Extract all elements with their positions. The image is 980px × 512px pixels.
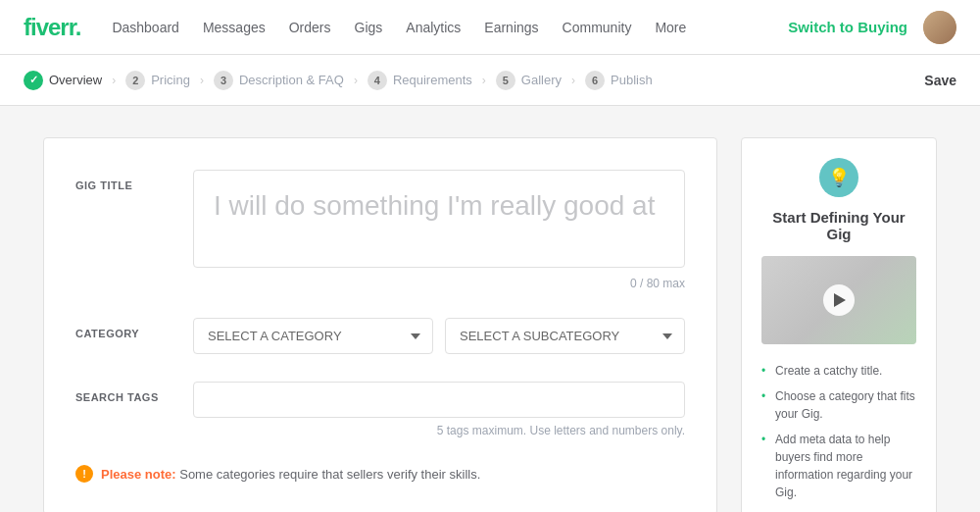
category-selects: SELECT A CATEGORY SELECT A SUBCATEGORY <box>193 318 685 354</box>
step-label-publish: Publish <box>611 73 653 87</box>
play-button[interactable] <box>823 284 855 316</box>
gig-title-input[interactable] <box>193 170 685 268</box>
step-number-publish: 6 <box>585 71 605 90</box>
logo: fiverr. <box>24 14 80 41</box>
step-number-requirements: 4 <box>368 71 387 90</box>
top-nav: fiverr. Dashboard Messages Orders Gigs A… <box>0 0 980 55</box>
nav-messages[interactable]: Messages <box>203 20 266 35</box>
category-label: CATEGORY <box>75 318 193 339</box>
video-thumbnail[interactable] <box>761 256 916 344</box>
sidebar-inner: 💡 Start Defining Your Gig Create a catch… <box>741 137 937 512</box>
lightbulb-icon: 💡 <box>819 158 858 197</box>
search-tags-field: 5 tags maximum. Use letters and numbers … <box>193 382 685 437</box>
breadcrumb-arrow-2: › <box>200 74 204 87</box>
category-select[interactable]: SELECT A CATEGORY <box>193 318 433 354</box>
sidebar-title: Start Defining Your Gig <box>761 209 916 242</box>
gig-title-row: GIG TITLE 0 / 80 max <box>75 170 685 290</box>
switch-buying-button[interactable]: Switch to Buying <box>788 19 907 35</box>
breadcrumb-step-requirements[interactable]: 4 Requirements <box>368 71 472 90</box>
step-label-description: Description & FAQ <box>239 73 344 87</box>
category-row: CATEGORY SELECT A CATEGORY SELECT A SUBC… <box>75 318 685 354</box>
nav-right: Switch to Buying <box>788 11 956 44</box>
note-text: Please note: Some categories require tha… <box>101 467 480 482</box>
search-tags-row: SEARCH TAGS 5 tags maximum. Use letters … <box>75 382 685 437</box>
warning-icon: ! <box>75 465 93 483</box>
tags-hint: 5 tags maximum. Use letters and numbers … <box>193 424 685 437</box>
nav-links: Dashboard Messages Orders Gigs Analytics… <box>112 20 788 35</box>
nav-analytics[interactable]: Analytics <box>406 20 461 35</box>
breadcrumb-save-button[interactable]: Save <box>924 73 956 88</box>
nav-orders[interactable]: Orders <box>289 20 331 35</box>
step-number-description: 3 <box>214 71 233 90</box>
step-label-pricing: Pricing <box>151 73 190 87</box>
breadcrumb-arrow-4: › <box>482 74 486 87</box>
step-label-gallery: Gallery <box>521 73 562 87</box>
step-number-gallery: 5 <box>496 71 515 90</box>
tip-4: Add tags to help buyers find your Gig wh… <box>761 505 916 512</box>
breadcrumb-step-overview[interactable]: ✓ Overview <box>24 71 102 90</box>
breadcrumb-bar: ✓ Overview › 2 Pricing › 3 Description &… <box>0 55 980 106</box>
category-field: SELECT A CATEGORY SELECT A SUBCATEGORY <box>193 318 685 354</box>
step-number-pricing: 2 <box>125 71 145 90</box>
step-label-requirements: Requirements <box>393 73 472 87</box>
step-label-overview: Overview <box>49 73 102 87</box>
char-count: 0 / 80 max <box>193 277 685 290</box>
breadcrumb-step-publish[interactable]: 6 Publish <box>585 71 653 90</box>
breadcrumb-arrow-3: › <box>354 74 358 87</box>
form-card: GIG TITLE 0 / 80 max CATEGORY SELECT A C… <box>43 137 717 512</box>
nav-gigs[interactable]: Gigs <box>355 20 383 35</box>
search-tags-input[interactable] <box>193 382 685 418</box>
note-row: ! Please note: Some categories require t… <box>75 465 685 483</box>
breadcrumb-arrow-5: › <box>571 74 575 87</box>
tip-3: Add meta data to help buyers find more i… <box>761 427 916 505</box>
sidebar-card: 💡 Start Defining Your Gig Create a catch… <box>741 137 937 512</box>
nav-more[interactable]: More <box>655 20 686 35</box>
gig-title-field: 0 / 80 max <box>193 170 685 290</box>
main-content: GIG TITLE 0 / 80 max CATEGORY SELECT A C… <box>20 137 960 512</box>
breadcrumb-items: ✓ Overview › 2 Pricing › 3 Description &… <box>24 71 924 90</box>
tip-2: Choose a category that fits your Gig. <box>761 384 916 427</box>
breadcrumb-step-description[interactable]: 3 Description & FAQ <box>214 71 344 90</box>
breadcrumb-arrow-1: › <box>112 74 116 87</box>
video-bg <box>761 256 916 344</box>
nav-dashboard[interactable]: Dashboard <box>112 20 179 35</box>
subcategory-select[interactable]: SELECT A SUBCATEGORY <box>445 318 685 354</box>
tip-1: Create a catchy title. <box>761 358 916 384</box>
play-triangle-icon <box>834 293 846 307</box>
sidebar-tips-list: Create a catchy title. Choose a category… <box>761 358 916 512</box>
gig-title-label: GIG TITLE <box>75 170 193 191</box>
avatar <box>923 11 956 44</box>
nav-earnings[interactable]: Earnings <box>484 20 538 35</box>
step-number-overview: ✓ <box>24 71 43 90</box>
breadcrumb-step-gallery[interactable]: 5 Gallery <box>496 71 562 90</box>
nav-community[interactable]: Community <box>563 20 632 35</box>
note-description: Some categories require that sellers ver… <box>179 467 480 482</box>
note-bold: Please note: <box>101 467 176 482</box>
breadcrumb-step-pricing[interactable]: 2 Pricing <box>125 71 190 90</box>
search-tags-label: SEARCH TAGS <box>75 382 193 403</box>
avatar-image <box>923 11 956 44</box>
